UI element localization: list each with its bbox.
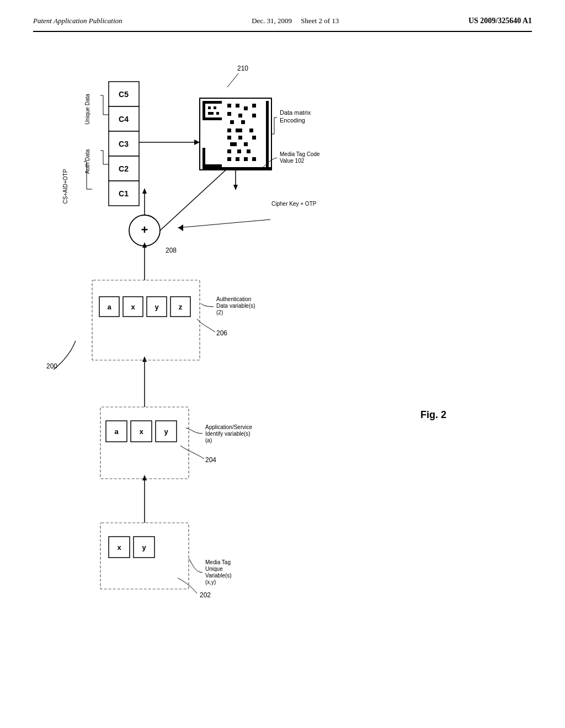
- svg-rect-95: [227, 149, 231, 153]
- svg-rect-87: [227, 129, 231, 132]
- svg-text:Media Tag: Media Tag: [205, 559, 231, 565]
- svg-rect-100: [244, 157, 248, 161]
- svg-text:Data variable(s): Data variable(s): [216, 303, 255, 309]
- svg-rect-25: [92, 280, 200, 360]
- svg-text:202: 202: [200, 591, 211, 599]
- header-center: Dec. 31, 2009 Sheet 2 of 13: [252, 17, 339, 25]
- svg-text:Identify variable(s): Identify variable(s): [205, 431, 250, 437]
- svg-rect-0: [100, 523, 189, 589]
- svg-text:200: 200: [46, 362, 57, 370]
- svg-text:z: z: [179, 303, 183, 311]
- svg-rect-96: [237, 149, 241, 153]
- svg-rect-76: [266, 101, 269, 170]
- svg-marker-107: [233, 185, 238, 190]
- svg-text:206: 206: [216, 329, 227, 337]
- svg-text:(2): (2): [216, 309, 223, 315]
- svg-text:CS+AID+OTP: CS+AID+OTP: [62, 169, 68, 204]
- svg-marker-39: [142, 242, 147, 248]
- svg-marker-11: [142, 475, 147, 480]
- header-divider: [33, 31, 532, 32]
- svg-text:x: x: [139, 427, 143, 436]
- svg-rect-91: [238, 136, 242, 140]
- svg-text:Unique: Unique: [205, 566, 223, 572]
- patent-number: US 2009/325640 A1: [468, 17, 532, 25]
- svg-rect-77: [202, 167, 271, 170]
- svg-rect-78: [227, 104, 231, 108]
- svg-text:Unique Data: Unique Data: [84, 94, 90, 125]
- svg-rect-73: [216, 112, 219, 115]
- svg-text:Authentication: Authentication: [216, 296, 251, 302]
- svg-rect-71: [214, 106, 216, 109]
- svg-text:a: a: [107, 303, 111, 311]
- svg-text:y: y: [154, 303, 159, 311]
- svg-rect-97: [247, 149, 250, 153]
- svg-text:210: 210: [237, 65, 248, 72]
- svg-rect-86: [241, 120, 245, 124]
- diagram-area: x y Media Tag Unique Variable(s) (x,y) 2…: [33, 43, 532, 683]
- svg-text:Media Tag Code: Media Tag Code: [280, 151, 320, 157]
- svg-text:(a): (a): [205, 437, 212, 443]
- svg-text:y: y: [142, 543, 146, 552]
- svg-rect-89: [249, 129, 253, 132]
- svg-text:Encoding: Encoding: [280, 117, 305, 124]
- svg-marker-65: [194, 140, 200, 145]
- svg-text:208: 208: [166, 247, 177, 254]
- page: Patent Application Publication Dec. 31, …: [0, 0, 565, 728]
- svg-text:Auth Data: Auth Data: [84, 149, 90, 174]
- svg-rect-92: [252, 136, 256, 140]
- svg-line-50: [227, 73, 238, 87]
- svg-text:C4: C4: [119, 115, 129, 124]
- svg-rect-94: [244, 142, 248, 146]
- svg-rect-80: [244, 106, 248, 110]
- diagram-svg: x y Media Tag Unique Variable(s) (x,y) 2…: [33, 43, 532, 683]
- svg-rect-79: [236, 104, 239, 108]
- svg-rect-85: [230, 120, 234, 124]
- svg-rect-90: [227, 136, 231, 140]
- header-left: Patent Application Publication: [33, 17, 122, 25]
- svg-marker-24: [142, 356, 147, 362]
- svg-text:x: x: [117, 543, 121, 552]
- svg-rect-70: [208, 106, 211, 109]
- svg-text:(x,y): (x,y): [205, 579, 216, 585]
- svg-rect-67: [202, 101, 222, 104]
- svg-rect-101: [252, 157, 256, 161]
- sheet-label: Sheet 2 of 13: [301, 17, 339, 25]
- header-right: US 2009/325640 A1: [468, 17, 532, 25]
- svg-rect-69: [202, 117, 222, 120]
- svg-rect-12: [100, 407, 189, 479]
- svg-rect-74: [202, 164, 222, 167]
- svg-text:C3: C3: [119, 140, 129, 148]
- svg-text:Variable(s): Variable(s): [205, 572, 232, 579]
- svg-text:Application/Service: Application/Service: [205, 424, 252, 430]
- svg-text:x: x: [131, 303, 135, 311]
- svg-text:Cipher Key + OTP: Cipher Key + OTP: [271, 201, 317, 207]
- svg-rect-98: [227, 157, 231, 161]
- svg-text:Value 102: Value 102: [280, 158, 305, 164]
- svg-text:Fig. 2: Fig. 2: [420, 409, 446, 420]
- svg-text:y: y: [164, 427, 168, 436]
- svg-marker-44: [142, 188, 147, 194]
- svg-rect-82: [227, 112, 231, 116]
- svg-rect-81: [252, 104, 256, 108]
- svg-text:a: a: [114, 427, 119, 436]
- publication-label: Patent Application Publication: [33, 17, 122, 25]
- svg-text:C5: C5: [119, 90, 129, 99]
- svg-text:Data matrix: Data matrix: [280, 109, 311, 116]
- svg-rect-99: [236, 157, 239, 161]
- svg-line-47: [178, 220, 270, 228]
- svg-rect-75: [202, 148, 205, 164]
- svg-rect-88: [236, 129, 242, 132]
- svg-rect-72: [208, 112, 214, 115]
- svg-rect-93: [230, 142, 237, 146]
- svg-text:C2: C2: [119, 164, 129, 173]
- svg-text:C1: C1: [119, 189, 129, 198]
- svg-text:204: 204: [205, 456, 216, 464]
- svg-text:+: +: [141, 223, 148, 237]
- svg-rect-84: [252, 114, 256, 117]
- svg-rect-83: [238, 114, 242, 117]
- date-label: Dec. 31, 2009: [252, 17, 292, 25]
- page-header: Patent Application Publication Dec. 31, …: [33, 17, 532, 25]
- svg-marker-48: [178, 224, 183, 231]
